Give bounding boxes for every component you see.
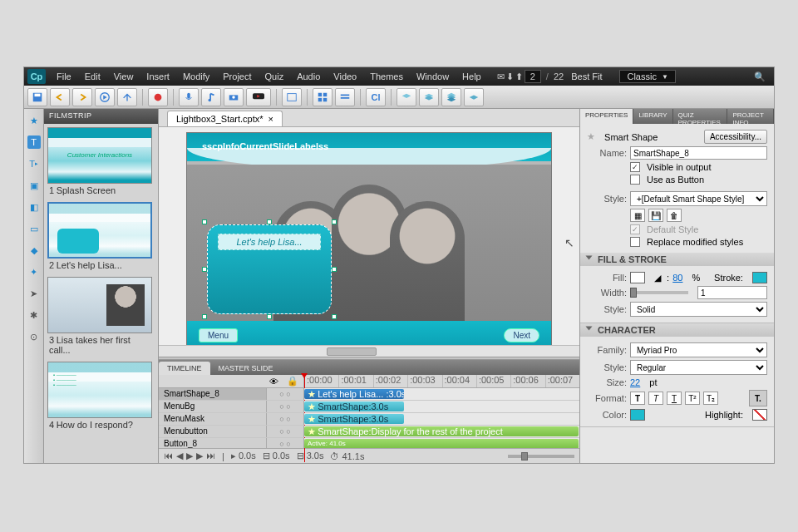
name-input[interactable] <box>630 146 767 160</box>
style-delete-icon[interactable]: 🗑 <box>667 209 682 222</box>
tl-first-icon[interactable]: ⏮ <box>164 451 173 461</box>
close-tab-icon[interactable]: × <box>268 114 273 124</box>
use-button-checkbox[interactable] <box>630 175 640 185</box>
undo-button[interactable] <box>50 88 70 106</box>
underline-button[interactable]: T <box>667 392 682 405</box>
zoom-select[interactable]: Best Fit <box>565 70 608 83</box>
layer3-button[interactable] <box>441 88 461 106</box>
visible-checkbox[interactable] <box>630 162 640 172</box>
interaction-tool-icon[interactable]: ◆ <box>27 244 41 257</box>
tl-row-name[interactable]: MenuBg <box>159 401 267 412</box>
image-tool-icon[interactable]: ▣ <box>27 179 41 192</box>
menu-video[interactable]: Video <box>328 70 362 83</box>
upload-icon[interactable]: ⬆ <box>515 71 523 82</box>
menu-help[interactable]: Help <box>456 70 487 83</box>
file-tab[interactable]: Lightbox3_Start.cptx*× <box>167 111 283 126</box>
style-save2-icon[interactable]: 💾 <box>648 209 663 222</box>
save-button[interactable] <box>27 88 47 106</box>
tab-projectinfo[interactable]: PROJECT INFO <box>727 109 774 124</box>
timeline-ruler[interactable]: :00:00:00:01 :00:02:00:03 :00:04:00:05 :… <box>304 375 579 387</box>
selected-smartshape[interactable]: Let's help Lisa... <box>207 224 332 314</box>
page-current[interactable]: 2 <box>525 70 541 83</box>
accessibility-button[interactable]: Accessibility... <box>704 130 767 144</box>
tab-library[interactable]: LIBRARY <box>633 109 672 124</box>
text-tool-icon[interactable]: T <box>27 135 41 149</box>
format-more-button[interactable]: T. <box>749 390 767 406</box>
highlight-swatch[interactable] <box>752 409 767 421</box>
lock-icon[interactable]: 🔒 <box>287 376 298 387</box>
slide-button[interactable] <box>282 88 302 106</box>
replace-checkbox[interactable] <box>630 237 640 247</box>
mail-icon[interactable]: ✉ <box>497 71 505 82</box>
tl-prev-icon[interactable]: ◀ <box>176 451 183 461</box>
stage[interactable]: sscpInfoCurrentSlideLabelss Let's help L… <box>159 127 579 345</box>
cl-button[interactable]: Cl <box>366 88 386 106</box>
download-icon[interactable]: ⬇ <box>506 71 514 82</box>
menu-audio[interactable]: Audio <box>291 70 326 83</box>
style-save-icon[interactable]: ▦ <box>630 209 645 222</box>
tab-quiz[interactable]: QUIZ PROPERTIES <box>673 109 728 124</box>
stage-h-scrollbar[interactable] <box>159 345 579 357</box>
sub-button[interactable]: T₂ <box>703 392 718 405</box>
fill-opacity[interactable]: 80 <box>672 273 682 283</box>
mic-button[interactable] <box>179 88 199 106</box>
tl-row-name[interactable]: MenuMask <box>159 413 267 425</box>
menu-themes[interactable]: Themes <box>364 70 409 83</box>
font-family-select[interactable]: Myriad Pro <box>630 342 767 357</box>
stroke-style-select[interactable]: Solid <box>630 302 767 317</box>
preview-button[interactable] <box>95 88 115 106</box>
search-icon[interactable]: 🔍 <box>754 71 766 82</box>
tl-next-icon[interactable]: ▶ <box>196 451 203 461</box>
menu-file[interactable]: File <box>51 70 77 83</box>
eye-icon[interactable]: 👁 <box>269 377 278 387</box>
stroke-swatch[interactable] <box>752 272 767 283</box>
style-select[interactable]: +[Default Smart Shape Style] <box>630 191 767 206</box>
filmstrip-slide[interactable]: 2 Let's help Lisa... <box>47 202 155 272</box>
filmstrip-slide[interactable]: Customer Interactions 1 Splash Screen <box>47 127 155 197</box>
button-tool-icon[interactable]: ▭ <box>27 222 41 235</box>
shape-text[interactable]: Let's help Lisa... <box>218 234 321 250</box>
youtube-button[interactable] <box>246 88 271 106</box>
pointer-tool-icon[interactable]: ➤ <box>27 287 41 300</box>
record-button[interactable] <box>148 88 168 106</box>
sup-button[interactable]: T² <box>685 392 700 405</box>
character-header[interactable]: CHARACTER <box>580 323 774 337</box>
align-button[interactable] <box>335 88 355 106</box>
star-icon[interactable]: ★ <box>27 114 41 127</box>
menu-button[interactable]: Menu <box>199 328 238 342</box>
anim-tool-icon[interactable]: ✦ <box>27 265 41 278</box>
text-color-swatch[interactable] <box>630 409 645 421</box>
tl-last-icon[interactable]: ⏭ <box>206 451 215 461</box>
tl-row-name[interactable]: Menubutton <box>159 426 267 437</box>
fillstroke-header[interactable]: FILL & STROKE <box>580 253 774 266</box>
menu-insert[interactable]: Insert <box>140 70 175 83</box>
click-tool-icon[interactable]: ✱ <box>27 308 41 322</box>
menu-view[interactable]: View <box>108 70 140 83</box>
font-style-select[interactable]: Regular <box>630 360 767 375</box>
layer1-button[interactable] <box>397 88 416 106</box>
filmstrip-slide[interactable]: • ————• ————• ———— 4 How do I respond? <box>47 362 155 431</box>
menu-modify[interactable]: Modify <box>177 70 215 83</box>
star-icon[interactable]: ★ <box>587 131 595 142</box>
italic-button[interactable]: T <box>648 392 663 405</box>
publish-button[interactable] <box>117 88 137 106</box>
tl-zoom-slider[interactable] <box>508 455 574 458</box>
menu-window[interactable]: Window <box>411 70 455 83</box>
font-size[interactable]: 22 <box>630 377 640 387</box>
timeline-tab[interactable]: TIMELINE <box>159 362 210 375</box>
redo-button[interactable] <box>72 88 92 106</box>
width-slider[interactable] <box>630 291 688 294</box>
menu-project[interactable]: Project <box>217 70 257 83</box>
tl-row-name[interactable]: Button_8 <box>159 438 267 448</box>
tl-row-name[interactable]: SmartShape_8 <box>159 388 267 400</box>
default-style-checkbox[interactable] <box>630 224 640 234</box>
bold-button[interactable]: T <box>630 392 645 405</box>
slide-canvas[interactable]: sscpInfoCurrentSlideLabelss Let's help L… <box>186 132 552 345</box>
tl-play-icon[interactable]: ▶ <box>186 451 193 461</box>
filmstrip-slide[interactable]: 3 Lisa takes her first call... <box>47 277 155 357</box>
menu-edit[interactable]: Edit <box>79 70 106 83</box>
camera-button[interactable] <box>224 88 244 106</box>
music-button[interactable] <box>201 88 221 106</box>
shape-tool-icon[interactable]: ◧ <box>27 200 41 214</box>
layer2-button[interactable] <box>419 88 439 106</box>
